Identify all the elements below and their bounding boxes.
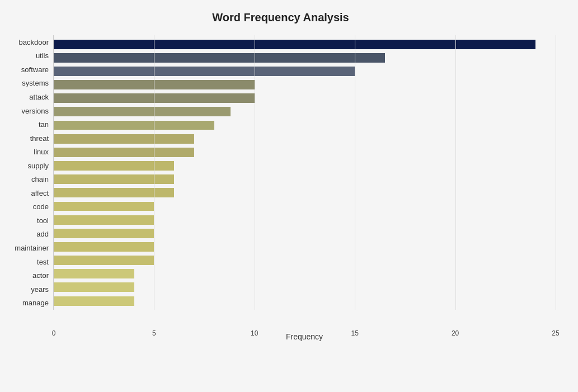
bar-row [54, 254, 556, 267]
y-label: versions [6, 107, 53, 115]
y-label: code [6, 203, 53, 210]
x-tick: 15 [351, 329, 359, 337]
bar [54, 188, 174, 197]
grid-line [556, 35, 556, 310]
y-label: systems [6, 79, 53, 87]
grid-line [455, 35, 456, 310]
bar-row [54, 267, 556, 281]
y-label: affect [6, 190, 53, 197]
bar [54, 121, 214, 130]
bar-row [54, 92, 556, 105]
y-label: utils [6, 52, 53, 59]
bar-row [54, 240, 556, 253]
bar-row [54, 200, 556, 213]
x-axis-label: Frequency [53, 332, 556, 341]
bar [54, 269, 134, 278]
y-label: supply [6, 162, 53, 169]
bar-row [54, 213, 556, 226]
bar-row [54, 105, 556, 119]
y-label: manage [6, 299, 53, 306]
bar-row [54, 119, 556, 132]
bar-row [54, 64, 556, 78]
x-tick: 25 [552, 329, 559, 337]
y-label: chain [6, 176, 53, 183]
bar-row [54, 145, 556, 159]
y-axis: backdoorutilssoftwaresystemsattackversio… [6, 35, 53, 310]
bar [54, 40, 535, 49]
bar-row [54, 294, 556, 308]
y-label: linux [6, 148, 53, 155]
bar [54, 215, 154, 225]
x-tick: 0 [52, 329, 56, 337]
bar [54, 148, 194, 157]
bar-row [54, 186, 556, 200]
chart-container: Word Frequency Analysis backdoorutilssof… [0, 0, 578, 392]
bar [54, 256, 154, 265]
y-label: actor [6, 272, 53, 279]
x-tick: 5 [152, 329, 156, 337]
bar [54, 242, 154, 252]
bar-row [54, 173, 556, 186]
grid-line [154, 35, 154, 310]
bar [54, 282, 134, 292]
bar-row [54, 132, 556, 145]
y-label: attack [6, 93, 53, 101]
y-label: software [6, 66, 53, 73]
chart-title: Word Frequency Analysis [6, 11, 556, 24]
bar [54, 202, 154, 211]
y-label: add [6, 230, 53, 238]
bar [54, 296, 134, 306]
bar-row [54, 51, 556, 64]
y-label: backdoor [6, 39, 53, 46]
grid-line [255, 35, 255, 310]
bar [54, 229, 154, 238]
x-tick: 10 [251, 329, 258, 337]
y-label: tan [6, 121, 53, 128]
y-label: tool [6, 217, 53, 224]
bar [54, 161, 174, 171]
bar-row [54, 78, 556, 91]
plot-area: 0510152025 [53, 35, 556, 310]
bar [54, 134, 194, 144]
chart-area: backdoorutilssoftwaresystemsattackversio… [6, 35, 556, 310]
bar-row [54, 226, 556, 240]
bar-row [54, 159, 556, 172]
bar [54, 67, 355, 76]
grid-line [355, 35, 355, 310]
bars-container [54, 35, 556, 310]
bar [54, 107, 231, 116]
bar [54, 53, 385, 63]
y-label: test [6, 258, 53, 266]
bar-row [54, 37, 556, 51]
y-label: maintainer [6, 244, 53, 252]
bar-row [54, 281, 556, 294]
y-label: threat [6, 135, 53, 142]
bar [54, 174, 174, 184]
x-tick: 20 [452, 329, 459, 337]
y-label: years [6, 286, 53, 293]
